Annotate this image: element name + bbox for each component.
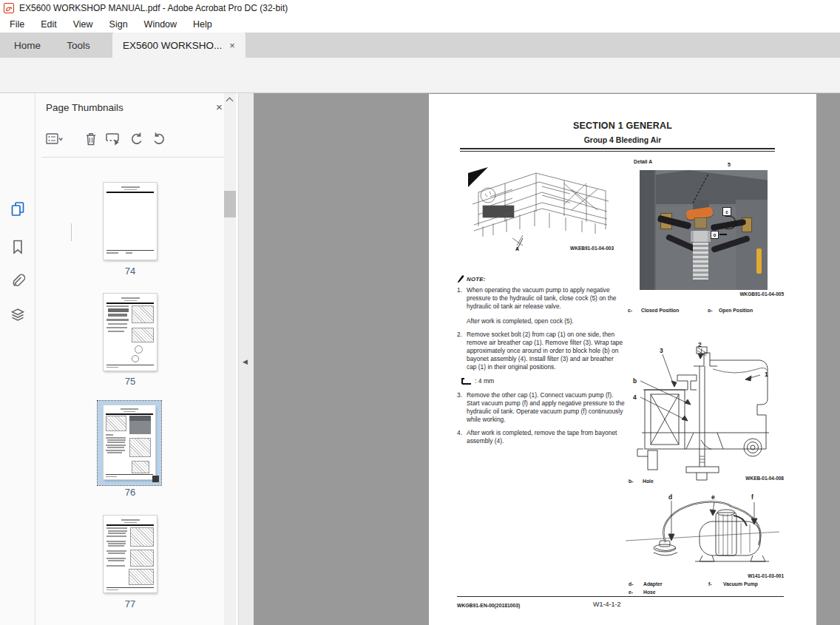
collapse-arrow-icon[interactable]: ◀: [243, 358, 248, 365]
section-figure-code: WKEB-01-04-008: [673, 476, 784, 481]
thumbnails-scrollbar[interactable]: [224, 93, 236, 625]
panel-divider: [71, 223, 72, 241]
footer-page-code: W1-4-1-2: [593, 601, 621, 608]
attachments-panel-icon[interactable]: [9, 272, 27, 290]
caption-d-key: d-: [629, 581, 633, 587]
tab-close-icon[interactable]: ×: [229, 40, 235, 51]
rotate-left-icon[interactable]: [127, 130, 146, 148]
section-title: SECTION 1 GENERAL: [429, 121, 816, 131]
caption-e-key: e-: [629, 589, 633, 595]
selection-handle[interactable]: [152, 476, 159, 482]
caption-hose: Hose: [643, 589, 656, 595]
bookmarks-panel-icon[interactable]: [9, 238, 27, 256]
menu-bar: File Edit View Sign Window Help: [0, 16, 840, 33]
pdf-page: SECTION 1 GENERAL Group 4 Bleeding Air: [429, 94, 816, 625]
thumbnail-preview: [104, 405, 155, 479]
document-view: SECTION 1 GENERAL Group 4 Bleeding Air: [254, 93, 840, 625]
scrollbar-up-icon[interactable]: [226, 98, 234, 105]
tab-document-label: EX5600 WORKSHO...: [123, 40, 222, 51]
thumbnail-page-number: 74: [104, 266, 157, 277]
panel-close-icon[interactable]: ×: [216, 101, 223, 113]
caption-open-position: Open Position: [719, 308, 753, 313]
header-rule: [460, 148, 775, 152]
tab-home[interactable]: Home: [0, 33, 55, 58]
valve-figure-code: WKGB91-01-04-005: [673, 291, 784, 297]
tab-bar: Home Tools EX5600 WORKSHO... ×: [0, 33, 840, 58]
pump-label-d: d: [668, 493, 672, 501]
delete-page-icon[interactable]: [81, 130, 101, 148]
note-item-3: 3. Remove the other cap (1). Connect vac…: [457, 391, 634, 424]
vacuum-pump-figure: d e f: [623, 493, 784, 576]
caption-vacuum-pump: Vacuum Pump: [723, 581, 758, 587]
valve-open-marker: o: [711, 231, 719, 239]
page-thumbnails-panel-icon[interactable]: [9, 200, 27, 218]
rotate-right-icon[interactable]: [149, 130, 169, 148]
thumbnail-preview: [104, 516, 157, 592]
section-label-2: 2: [698, 341, 702, 348]
caption-b-key: b-: [629, 479, 633, 484]
acrobat-window: EX5600 WORKSHOP MANUAL.pdf - Adobe Acrob…: [0, 0, 840, 625]
thumbnail-page-number: 75: [104, 376, 157, 387]
title-bar: EX5600 WORKSHOP MANUAL.pdf - Adobe Acrob…: [0, 0, 840, 16]
main-toolbar: ☆ 76 / 1882 57%: [0, 58, 840, 93]
note-item-1: 1. When operating the vacuum pump to app…: [457, 286, 634, 325]
note-header: NOTE:: [457, 275, 634, 283]
machinery-figure: [468, 167, 612, 253]
page-thumbnails-panel: Page Thumbnails ×: [35, 93, 238, 625]
pump-label-e: e: [711, 493, 715, 501]
pump-label-f: f: [751, 493, 753, 501]
panel-separator: [41, 157, 229, 158]
valve-label-5: 5: [728, 162, 731, 167]
thumbnail-preview: [104, 183, 157, 260]
note-item-2: 2. Remove socket bolt (2) from cap (1) o…: [457, 331, 634, 371]
menu-view[interactable]: View: [65, 18, 101, 31]
machinery-figure-code: WKEB91-01-04-003: [503, 246, 614, 251]
caption-o-key: o-: [708, 308, 712, 313]
wrench-spec-line: : 4 mm: [461, 377, 634, 385]
menu-help[interactable]: Help: [185, 18, 220, 31]
caption-closed-position: Closed Position: [641, 308, 679, 313]
thumbnail-page-number: 76: [104, 487, 157, 498]
thumbnail-page-76-selected[interactable]: [98, 401, 161, 485]
tab-tools[interactable]: Tools: [55, 33, 102, 58]
thumbnail-preview: [104, 294, 157, 371]
footer-rule: [457, 596, 784, 597]
caption-hole: Hole: [643, 479, 654, 484]
caption-f-key: f-: [708, 581, 712, 587]
wrench-size-icon: [461, 378, 472, 385]
acrobat-app-icon: [4, 3, 14, 13]
footer-doc-code: WKGB91-EN-00(20181003): [457, 603, 520, 608]
window-title: EX5600 WORKSHOP MANUAL.pdf - Adobe Acrob…: [19, 3, 288, 13]
thumbnail-page-number: 77: [104, 598, 157, 609]
extract-page-icon[interactable]: [104, 130, 123, 148]
layers-panel-icon[interactable]: [9, 306, 27, 324]
menu-file[interactable]: File: [1, 18, 33, 31]
scrollbar-thumb[interactable]: [224, 191, 236, 217]
note-block: NOTE: 1. When operating the vacuum pump …: [457, 275, 634, 450]
section-label-b: b: [633, 377, 637, 385]
menu-window[interactable]: Window: [136, 18, 185, 31]
note-item-4: 4. After work is completed, remove the t…: [457, 429, 634, 445]
note-label: NOTE:: [467, 276, 486, 283]
tab-document[interactable]: EX5600 WORKSHO... ×: [112, 33, 245, 58]
menu-edit[interactable]: Edit: [33, 18, 65, 31]
detail-a-label: Detail A: [634, 159, 652, 164]
section-label-3: 3: [660, 347, 663, 354]
thumbnail-options-icon[interactable]: [44, 130, 64, 148]
group-title: Group 4 Bleeding Air: [429, 135, 816, 144]
caption-adapter: Adapter: [643, 581, 663, 587]
pump-figure-code: W141-01-03-001: [673, 573, 784, 578]
breather-section-figure: 3 2 1 b 4: [623, 322, 784, 483]
valve-photo: c o: [640, 170, 768, 290]
note-pen-icon: [457, 275, 464, 283]
navigation-rail: [0, 93, 35, 625]
valve-closed-marker: c: [722, 207, 731, 216]
section-label-4: 4: [633, 393, 637, 401]
panel-title: Page Thumbnails: [46, 102, 123, 113]
menu-sign[interactable]: Sign: [101, 18, 136, 31]
panel-collapse-strip[interactable]: ◀: [238, 93, 254, 625]
section-label-1: 1: [765, 371, 768, 378]
